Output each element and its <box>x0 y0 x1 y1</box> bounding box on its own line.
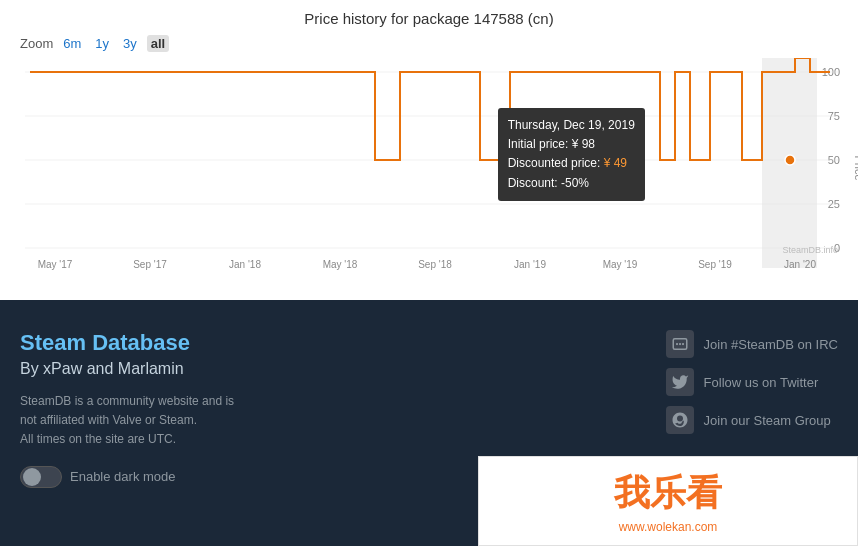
footer: Steam Database By xPaw and Marlamin Stea… <box>0 300 858 546</box>
dark-mode-toggle[interactable]: Enable dark mode <box>20 466 234 488</box>
twitter-link[interactable]: Follow us on Twitter <box>666 368 819 396</box>
svg-text:Sep '17: Sep '17 <box>133 259 167 270</box>
svg-point-25 <box>678 343 680 345</box>
svg-text:Jan '18: Jan '18 <box>229 259 261 270</box>
svg-text:Sep '19: Sep '19 <box>698 259 732 270</box>
brand-subtitle: By xPaw and Marlamin <box>20 360 234 378</box>
steam-group-label: Join our Steam Group <box>704 413 831 428</box>
svg-text:May '19: May '19 <box>603 259 638 270</box>
svg-point-26 <box>681 343 683 345</box>
irc-label: Join #SteamDB on IRC <box>704 337 838 352</box>
footer-description: SteamDB is a community website and isnot… <box>20 392 234 450</box>
steam-group-link[interactable]: Join our Steam Group <box>666 406 831 434</box>
steam-icon <box>666 406 694 434</box>
svg-point-24 <box>675 343 677 345</box>
zoom-controls: Zoom 6m 1y 3y all <box>0 35 858 52</box>
svg-text:Jan '20: Jan '20 <box>784 259 816 270</box>
svg-text:Price: Price <box>853 155 858 180</box>
price-chart-svg: 100 75 50 25 0 Price May '17 Sep '17 Jan… <box>0 58 858 288</box>
watermark-sub-text: www.wolekan.com <box>614 520 722 534</box>
chart-container: 100 75 50 25 0 Price May '17 Sep '17 Jan… <box>0 58 858 288</box>
watermark-box: 我乐看 www.wolekan.com <box>478 456 858 546</box>
zoom-6m-button[interactable]: 6m <box>59 35 85 52</box>
dark-mode-switch[interactable] <box>20 466 62 488</box>
irc-icon <box>666 330 694 358</box>
svg-point-21 <box>785 155 795 165</box>
twitter-label: Follow us on Twitter <box>704 375 819 390</box>
svg-text:Jan '19: Jan '19 <box>514 259 546 270</box>
brand-name: Steam Database <box>20 330 234 356</box>
watermark-main-text: 我乐看 <box>614 469 722 518</box>
twitter-icon <box>666 368 694 396</box>
footer-left: Steam Database By xPaw and Marlamin Stea… <box>20 330 234 488</box>
chart-section: Price history for package 147588 (cn) Zo… <box>0 0 858 300</box>
chart-title: Price history for package 147588 (cn) <box>0 10 858 27</box>
svg-text:May '17: May '17 <box>38 259 73 270</box>
footer-right: Join #SteamDB on IRC Follow us on Twitte… <box>666 330 838 434</box>
zoom-1y-button[interactable]: 1y <box>91 35 113 52</box>
svg-text:Sep '18: Sep '18 <box>418 259 452 270</box>
zoom-label: Zoom <box>20 36 53 51</box>
zoom-all-button[interactable]: all <box>147 35 169 52</box>
svg-text:SteamDB.info: SteamDB.info <box>782 245 838 255</box>
zoom-3y-button[interactable]: 3y <box>119 35 141 52</box>
svg-text:May '18: May '18 <box>323 259 358 270</box>
toggle-knob <box>23 468 41 486</box>
dark-mode-label: Enable dark mode <box>70 469 176 484</box>
irc-link[interactable]: Join #SteamDB on IRC <box>666 330 838 358</box>
